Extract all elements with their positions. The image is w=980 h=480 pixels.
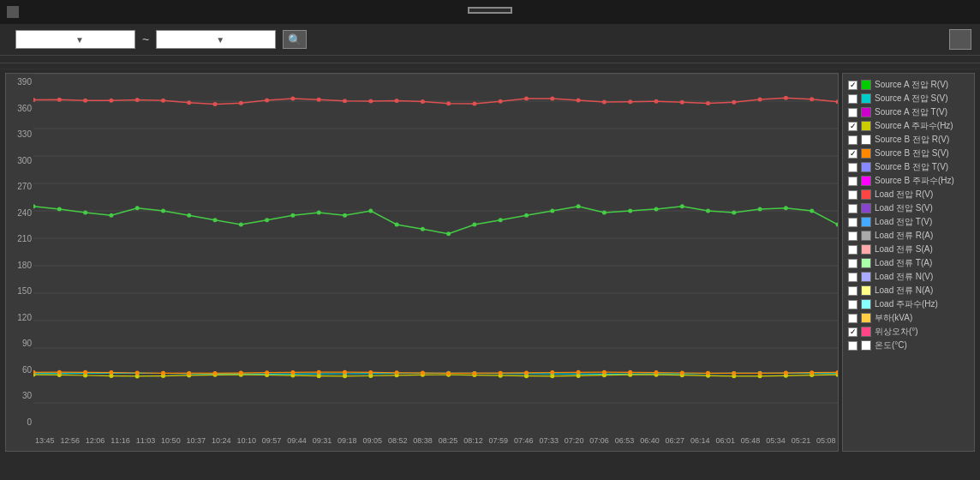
close-button[interactable]	[946, 0, 973, 24]
svg-point-120	[317, 374, 321, 378]
y-axis-label: 60	[8, 365, 32, 375]
legend-item[interactable]: Source A 주파수(Hz)	[848, 120, 969, 132]
legend-item[interactable]: Source A 전압 S(V)	[848, 93, 969, 105]
legend-checkbox[interactable]	[848, 163, 858, 172]
svg-point-67	[602, 99, 607, 104]
legend-label: Load 전류 T(A)	[875, 257, 932, 269]
legend-item[interactable]: Source B 전압 T(V)	[848, 161, 969, 173]
svg-point-70	[680, 100, 684, 105]
x-axis-label: 09:31	[313, 436, 332, 445]
legend-item[interactable]: Load 전류 N(V)	[848, 271, 969, 283]
legend-checkbox[interactable]	[848, 327, 858, 337]
svg-point-56	[317, 98, 321, 102]
legend-checkbox[interactable]	[848, 245, 858, 255]
svg-point-148	[213, 371, 218, 375]
svg-point-152	[317, 370, 321, 375]
svg-point-71	[706, 101, 710, 105]
y-axis-label: 330	[8, 129, 32, 139]
svg-point-37	[654, 207, 659, 211]
x-axis-label: 06:40	[640, 436, 660, 445]
report-button[interactable]	[949, 29, 971, 50]
legend-label: Load 전압 S(V)	[875, 202, 933, 214]
legend-checkbox[interactable]	[848, 218, 858, 227]
legend-label: Load 전류 S(A)	[875, 243, 933, 255]
maximize-button[interactable]	[918, 0, 946, 24]
svg-point-24	[317, 211, 321, 215]
svg-point-142	[57, 370, 62, 375]
legend-checkbox[interactable]	[848, 314, 858, 323]
legend-item[interactable]: Load 전압 S(V)	[848, 202, 969, 214]
svg-point-20	[213, 218, 218, 222]
legend-checkbox[interactable]	[848, 204, 858, 213]
svg-point-33	[550, 209, 554, 213]
svg-point-31	[499, 218, 503, 222]
legend-item[interactable]: 위상오차(°)	[848, 326, 969, 338]
legend-checkbox[interactable]	[848, 273, 858, 282]
legend-item[interactable]: Source A 전압 R(V)	[848, 79, 969, 91]
legend-checkbox[interactable]	[848, 135, 858, 145]
y-axis-label: 120	[8, 313, 32, 322]
svg-point-169	[758, 371, 762, 375]
date-from-arrow: ▼	[75, 35, 131, 45]
legend-checkbox[interactable]	[848, 300, 858, 309]
legend-item[interactable]: Load 전류 S(A)	[848, 243, 969, 255]
legend-item[interactable]: 온도(°C)	[848, 339, 969, 351]
legend-color-box	[861, 299, 871, 309]
legend-checkbox[interactable]	[848, 231, 858, 241]
legend-checkbox[interactable]	[848, 149, 858, 159]
svg-point-154	[368, 370, 373, 375]
svg-point-159	[499, 371, 503, 375]
svg-point-58	[368, 99, 373, 103]
x-axis-label: 10:10	[236, 436, 256, 445]
minimize-button[interactable]	[891, 0, 918, 24]
legend-item[interactable]: Source B 전압 S(V)	[848, 147, 969, 159]
legend-checkbox[interactable]	[848, 122, 858, 131]
legend-checkbox[interactable]	[848, 341, 858, 351]
svg-point-166	[680, 371, 684, 375]
x-axis-label: 07:59	[489, 436, 509, 445]
search-button[interactable]: 🔍	[283, 30, 307, 49]
svg-point-49	[135, 98, 140, 102]
legend-item[interactable]: 부하(kVA)	[848, 312, 969, 324]
legend-checkbox[interactable]	[848, 177, 858, 186]
legend-item[interactable]: Load 전압 T(V)	[848, 216, 969, 228]
legend-item[interactable]: Load 전압 R(V)	[848, 189, 969, 201]
legend-label: 부하(kVA)	[875, 312, 912, 324]
x-axis-label: 06:14	[690, 436, 710, 445]
search-icon: 🔍	[288, 33, 302, 46]
legend-item[interactable]: Load 전류 N(A)	[848, 285, 969, 297]
legend-checkbox[interactable]	[848, 108, 858, 117]
legend-color-box	[861, 231, 871, 241]
legend-item[interactable]: Source A 전압 T(V)	[848, 106, 969, 118]
date-to-input[interactable]: ▼	[156, 30, 276, 49]
x-axis-label: 11:16	[111, 436, 130, 445]
legend-color-box	[861, 80, 871, 90]
legend-checkbox[interactable]	[848, 94, 858, 104]
legend-checkbox[interactable]	[848, 81, 858, 90]
date-from-input[interactable]: ▼	[15, 30, 135, 49]
y-axis-label: 270	[8, 182, 32, 191]
legend-item[interactable]: Load 전류 R(A)	[848, 230, 969, 242]
svg-point-50	[161, 99, 165, 103]
legend-checkbox[interactable]	[848, 286, 858, 296]
svg-point-121	[343, 374, 347, 378]
legend-item[interactable]: Source B 주파수(Hz)	[848, 175, 969, 187]
legend-label: Source A 전압 R(V)	[875, 79, 948, 91]
legend-checkbox[interactable]	[848, 259, 858, 268]
svg-point-15	[83, 211, 87, 215]
legend-item[interactable]: Load 전류 T(A)	[848, 257, 969, 269]
legend-item[interactable]: Source B 전압 R(V)	[848, 134, 969, 146]
svg-point-53	[239, 101, 243, 105]
svg-point-16	[109, 213, 113, 218]
legend-item[interactable]: Load 주파수(Hz)	[848, 298, 969, 310]
legend-checkbox[interactable]	[848, 190, 858, 200]
svg-point-59	[395, 99, 399, 103]
svg-point-34	[577, 204, 581, 208]
svg-point-65	[550, 96, 554, 100]
x-axis-label: 09:18	[338, 436, 357, 445]
svg-point-29	[446, 231, 451, 236]
legend-color-box	[861, 244, 871, 255]
y-axis: 3903603303002702402101801501209060300	[6, 74, 33, 430]
svg-point-69	[654, 99, 659, 104]
legend-color-box	[861, 285, 871, 296]
